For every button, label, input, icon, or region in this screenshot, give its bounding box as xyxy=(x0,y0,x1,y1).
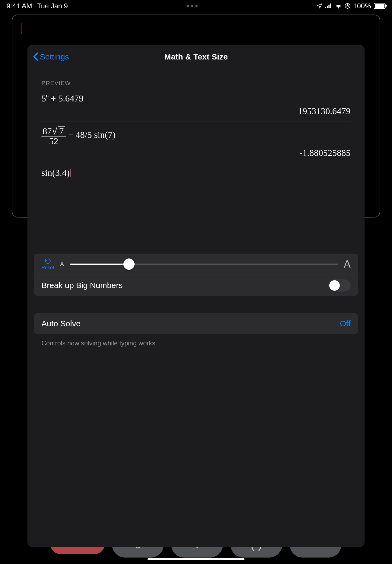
text-size-slider-row: Reset A A xyxy=(34,254,358,275)
preview-row: sin(3.4) xyxy=(41,163,351,184)
back-button[interactable]: Settings xyxy=(33,52,69,61)
battery-text: 100% xyxy=(353,2,371,10)
back-label: Settings xyxy=(40,52,69,61)
multitask-dots-icon xyxy=(68,5,316,7)
auto-solve-label: Auto Solve xyxy=(41,319,340,328)
home-indicator[interactable] xyxy=(148,558,244,560)
preview-expression: 87√7 52 − 48/5 sin(7) xyxy=(41,125,351,146)
break-numbers-switch[interactable] xyxy=(328,279,351,292)
reset-icon xyxy=(45,258,51,264)
svg-rect-2 xyxy=(328,5,330,8)
text-size-slider[interactable] xyxy=(70,260,338,268)
size-min-icon: A xyxy=(60,261,64,268)
break-numbers-label: Break up Big Numbers xyxy=(41,281,328,290)
text-cursor-icon xyxy=(22,23,22,34)
battery-icon xyxy=(374,3,386,9)
page-title: Math & Text Size xyxy=(27,52,365,61)
svg-rect-3 xyxy=(330,3,331,8)
auto-solve-row[interactable]: Auto Solve Off xyxy=(34,313,358,334)
settings-sheet: Settings Math & Text Size PREVIEW 59 + 5… xyxy=(27,45,365,547)
chevron-left-icon xyxy=(33,52,39,61)
svg-rect-0 xyxy=(325,7,326,8)
preview-section-label: PREVIEW xyxy=(27,69,365,89)
location-icon xyxy=(317,3,323,9)
wifi-icon xyxy=(335,3,342,9)
preview-row: 59 + 5.6479 1953130.6479 xyxy=(41,89,351,121)
svg-rect-5 xyxy=(347,5,348,7)
svg-point-4 xyxy=(345,3,350,8)
auto-solve-description: Controls how solving while typing works. xyxy=(34,334,358,352)
status-date: Tue Jan 9 xyxy=(37,2,68,10)
preview-result: 1953130.6479 xyxy=(41,104,351,116)
text-cursor-icon xyxy=(70,169,71,177)
break-numbers-row: Break up Big Numbers xyxy=(34,275,358,296)
auto-solve-value: Off xyxy=(340,319,351,328)
status-time: 9:41 AM xyxy=(6,2,32,10)
size-max-icon: A xyxy=(344,258,351,270)
reset-button[interactable]: Reset xyxy=(41,258,54,271)
status-bar: 9:41 AM Tue Jan 9 100% xyxy=(0,0,392,12)
cellular-icon xyxy=(325,3,332,8)
preview-expression: 59 + 5.6479 xyxy=(41,93,351,104)
orientation-lock-icon xyxy=(345,3,351,9)
preview-area: 59 + 5.6479 1953130.6479 87√7 52 − 48/5 … xyxy=(27,89,365,184)
svg-rect-1 xyxy=(327,6,328,8)
preview-expression: sin(3.4) xyxy=(41,167,351,179)
preview-result: -1.880525885 xyxy=(41,146,351,158)
preview-row: 87√7 52 − 48/5 sin(7) -1.880525885 xyxy=(41,121,351,163)
